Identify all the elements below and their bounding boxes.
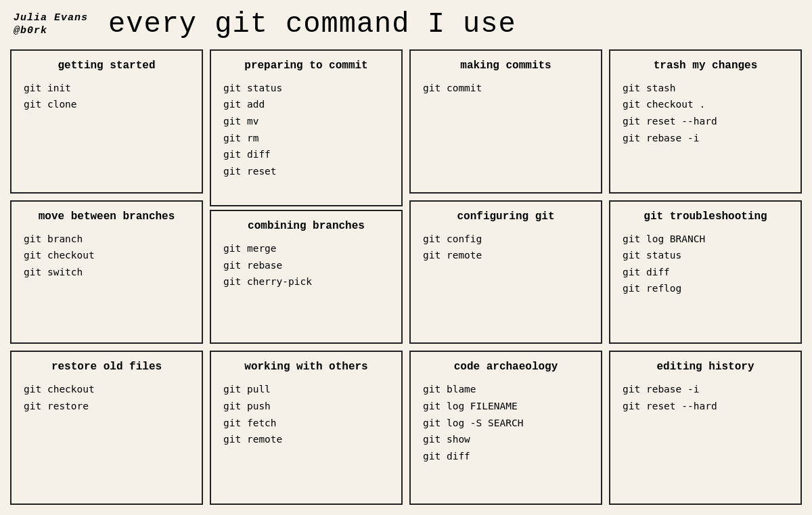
card-preparing: preparing to commit git status git add g… (210, 49, 403, 206)
author-name: Julia Evans (14, 12, 88, 25)
trash-title: trash my changes (620, 59, 791, 73)
making-commands: git commit (420, 80, 591, 97)
archaeology-commands: git blame git log FILENAME git log -S SE… (420, 381, 591, 464)
col2-wrapper: preparing to commit git status git add g… (206, 46, 406, 347)
editing-title: editing history (620, 360, 791, 374)
troubleshooting-commands: git log BRANCH git status git diff git r… (620, 231, 791, 298)
archaeology-title: code archaeology (420, 360, 591, 374)
editing-commands: git rebase -i git reset --hard (620, 381, 791, 414)
grid-area: getting started git init git clone move … (0, 46, 812, 515)
configuring-commands: git config git remote (420, 231, 591, 264)
preparing-title: preparing to commit (221, 59, 392, 73)
author-handle: @b0rk (14, 24, 88, 38)
card-trash: trash my changes git stash git checkout … (609, 49, 802, 194)
card-getting-started: getting started git init git clone (10, 49, 203, 194)
working-title: working with others (221, 360, 392, 374)
card-restore: restore old files git checkout git resto… (10, 351, 203, 505)
card-configuring: configuring git git config git remote (409, 200, 602, 344)
trash-commands: git stash git checkout . git reset --har… (620, 80, 791, 147)
author-block: Julia Evans @b0rk (14, 12, 88, 38)
getting-started-commands: git init git clone (21, 80, 192, 113)
getting-started-title: getting started (21, 59, 192, 73)
main-title: every git command I use (108, 8, 516, 41)
move-branches-commands: git branch git checkout git switch (21, 231, 192, 281)
combining-commands: git merge git rebase git cherry-pick (221, 240, 392, 290)
card-archaeology: code archaeology git blame git log FILEN… (409, 351, 602, 505)
card-making: making commits git commit (409, 49, 602, 194)
card-move-branches: move between branches git branch git che… (10, 200, 203, 344)
preparing-commands: git status git add git mv git rm git dif… (221, 80, 392, 180)
working-commands: git pull git push git fetch git remote (221, 381, 392, 448)
card-working: working with others git pull git push gi… (210, 351, 403, 505)
move-branches-title: move between branches (21, 210, 192, 224)
card-troubleshooting: git troubleshooting git log BRANCH git s… (609, 200, 802, 344)
making-title: making commits (420, 59, 591, 73)
restore-title: restore old files (21, 360, 192, 374)
troubleshooting-title: git troubleshooting (620, 210, 791, 224)
configuring-title: configuring git (420, 210, 591, 224)
header: Julia Evans @b0rk every git command I us… (0, 0, 812, 46)
combining-title: combining branches (221, 219, 392, 233)
restore-commands: git checkout git restore (21, 381, 192, 414)
card-editing: editing history git rebase -i git reset … (609, 351, 802, 505)
card-combining: combining branches git merge git rebase … (210, 210, 403, 344)
